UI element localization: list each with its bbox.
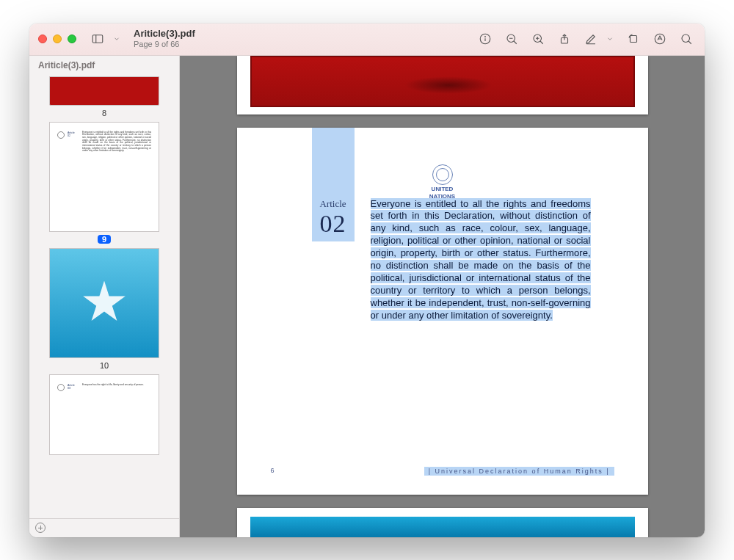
svg-point-4 xyxy=(485,37,486,37)
page-10-partial[interactable] xyxy=(237,508,648,537)
close-window-button[interactable] xyxy=(38,34,47,43)
zoom-in-button[interactable] xyxy=(528,31,548,47)
sidebar-doc-name: Ariticle(3).pdf xyxy=(29,56,179,73)
titlebar: Ariticle(3).pdf Page 9 of 66 xyxy=(29,23,705,56)
thumb-article-body: Everyone is entitled to all the rights a… xyxy=(82,131,151,153)
un-text-1: UNITED xyxy=(432,186,454,192)
svg-line-6 xyxy=(514,41,517,44)
document-title: Ariticle(3).pdf xyxy=(134,29,195,40)
article-number: 02 xyxy=(320,210,346,238)
page-9[interactable]: UNITED NATIONS Article 02 Everyone is en… xyxy=(237,128,648,495)
sidebar-footer xyxy=(29,518,179,537)
zoom-window-button[interactable] xyxy=(68,34,76,43)
info-button[interactable] xyxy=(476,31,495,47)
thumbnail-page-9[interactable]: Article 02 Everyone is entitled to all t… xyxy=(49,122,159,244)
thumb-page-number: 9 xyxy=(98,235,111,244)
preview-window: Ariticle(3).pdf Page 9 of 66 xyxy=(29,23,705,537)
svg-line-18 xyxy=(688,41,691,44)
thumb-page-number: 10 xyxy=(100,361,109,370)
zoom-out-button[interactable] xyxy=(502,31,521,47)
article-body-text: Everyone is entitled to all the rights a… xyxy=(371,198,591,321)
svg-rect-0 xyxy=(92,35,103,43)
page-footer: 6 | Universal Declaration of Human Right… xyxy=(271,467,614,476)
markup-button[interactable] xyxy=(581,31,600,47)
thumbnail-page-11[interactable]: Article 03 Everyone has the right to lif… xyxy=(49,374,159,455)
minimize-window-button[interactable] xyxy=(53,34,62,43)
rotate-button[interactable] xyxy=(624,31,643,47)
article-body[interactable]: Everyone is entitled to all the rights a… xyxy=(371,198,591,322)
page-8-artwork xyxy=(250,56,635,107)
window-controls xyxy=(38,34,76,43)
search-button[interactable] xyxy=(677,31,696,47)
page-8-partial[interactable] xyxy=(237,56,648,114)
view-menu-chevron[interactable] xyxy=(110,34,123,44)
content-area: Ariticle(3).pdf 8 Article xyxy=(29,56,705,537)
footer-page-number: 6 xyxy=(271,467,275,476)
svg-line-9 xyxy=(540,41,543,44)
highlight-button[interactable] xyxy=(650,31,669,47)
thumbnail-page-8[interactable]: 8 xyxy=(49,76,159,117)
thumb-image: Article 03 Everyone has the right to lif… xyxy=(49,374,159,455)
thumb-article-num: 03 xyxy=(68,387,79,390)
article-number-column: Article 02 xyxy=(312,128,355,241)
share-button[interactable] xyxy=(555,31,574,47)
un-logo-icon xyxy=(432,164,453,185)
thumb-article-num: 02 xyxy=(68,134,79,137)
page-indicator: Page 9 of 66 xyxy=(134,40,195,49)
svg-point-17 xyxy=(682,34,690,43)
title-group: Ariticle(3).pdf Page 9 of 66 xyxy=(134,29,195,49)
markup-menu-chevron[interactable] xyxy=(603,34,617,44)
thumb-image xyxy=(49,76,159,106)
thumbnail-sidebar: Ariticle(3).pdf 8 Article xyxy=(29,56,180,537)
thumb-page-number: 8 xyxy=(102,109,106,117)
svg-rect-15 xyxy=(631,36,637,43)
thumb-image: Article 02 Everyone is entitled to all t… xyxy=(49,122,159,232)
footer-title: | Universal Declaration of Human Rights … xyxy=(424,467,614,476)
thumbnail-list[interactable]: 8 Article 02 Ever xyxy=(29,73,179,518)
thumb-article-body: Everyone has the right to life, liberty … xyxy=(82,384,151,387)
thumb-image xyxy=(49,248,159,358)
article-label: Article xyxy=(319,198,346,210)
sidebar-toggle-button[interactable] xyxy=(88,31,107,47)
thumbnail-page-10[interactable]: 10 xyxy=(49,248,159,370)
pdf-viewport[interactable]: UNITED NATIONS Article 02 Everyone is en… xyxy=(180,56,705,537)
add-page-button[interactable] xyxy=(35,523,46,533)
page-10-artwork xyxy=(250,517,635,537)
